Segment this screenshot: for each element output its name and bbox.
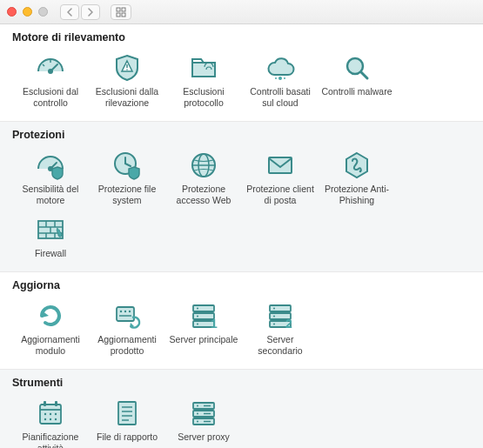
gauge-icon <box>33 52 68 84</box>
preferences-content: Motore di rilevamentoEsclusioni dal cont… <box>0 24 483 448</box>
anti-phishing[interactable]: Protezione Anti-Phishing <box>319 146 395 210</box>
item-label: Pianificazione attività <box>14 431 87 448</box>
section-items: Pianificazione attivitàFile di rapportoS… <box>12 394 471 448</box>
section-title: Strumenti <box>12 377 471 389</box>
mail-icon <box>263 150 298 181</box>
server-icon <box>186 398 221 429</box>
malware-controls[interactable]: Controlli malware <box>319 49 395 112</box>
refresh-icon <box>33 300 68 331</box>
item-label: Firewall <box>35 248 66 259</box>
item-label: Controlli basati sul cloud <box>244 86 317 109</box>
firewall[interactable]: Firewall <box>12 211 89 263</box>
svg-rect-0 <box>117 8 120 11</box>
svg-rect-3 <box>122 13 125 17</box>
item-label: Protezione file system <box>91 184 164 206</box>
section-title: Motore di rilevamento <box>12 31 471 43</box>
primary-server[interactable]: Server principale <box>165 297 242 360</box>
section-title: Protezioni <box>12 129 471 141</box>
grid-view-button[interactable] <box>111 4 131 20</box>
cloud-controls[interactable]: Controlli basati sul cloud <box>242 49 319 112</box>
calendar-icon <box>33 398 68 429</box>
item-label: Esclusioni dal controllo <box>14 86 87 109</box>
engine-sensitivity[interactable]: Sensibilità del motore <box>12 146 89 210</box>
exclusions-control[interactable]: Esclusioni dal controllo <box>12 49 89 112</box>
package-icon <box>110 300 144 331</box>
server-2-icon <box>263 300 298 331</box>
fs-protection[interactable]: Protezione file system <box>89 146 165 210</box>
window-controls <box>7 7 48 17</box>
section-items: Esclusioni dal controlloEsclusioni dalla… <box>12 49 471 112</box>
folder-icon <box>186 52 221 84</box>
item-label: Sensibilità del motore <box>14 184 87 206</box>
shield-alert-icon <box>110 52 144 84</box>
report-files[interactable]: File di rapporto <box>89 394 165 448</box>
svg-rect-1 <box>122 8 125 11</box>
firewall-icon <box>33 214 68 245</box>
product-updates[interactable]: Aggiornamenti prodotto <box>89 297 165 360</box>
item-label: Protezione Anti-Phishing <box>320 184 393 206</box>
item-label: File di rapporto <box>97 431 158 443</box>
magnifier-icon <box>339 52 374 84</box>
section-0: Motore di rilevamentoEsclusioni dal cont… <box>0 24 483 122</box>
item-label: Esclusioni dalla rilevazione <box>91 86 164 109</box>
back-button[interactable] <box>60 4 79 20</box>
section-2: AggiornaAggiornamenti moduloAggiornament… <box>0 272 483 370</box>
item-label: Controlli malware <box>321 86 392 97</box>
nav-buttons <box>60 4 100 20</box>
item-label: Server secondario <box>244 334 317 357</box>
mail-protection[interactable]: Protezione client di posta <box>242 146 319 210</box>
gauge-badge-icon <box>33 150 68 181</box>
item-label: Protezione accesso Web <box>167 184 240 206</box>
section-items: Aggiornamenti moduloAggiornamenti prodot… <box>12 297 471 360</box>
task-scheduler[interactable]: Pianificazione attività <box>12 394 89 448</box>
globe-icon <box>186 150 221 181</box>
item-label: Aggiornamenti modulo <box>14 334 87 357</box>
section-items: Sensibilità del motoreProtezione file sy… <box>12 146 471 262</box>
web-protection[interactable]: Protezione accesso Web <box>165 146 242 210</box>
close-icon[interactable] <box>7 7 17 17</box>
section-title: Aggiorna <box>12 279 471 291</box>
item-label: Aggiornamenti prodotto <box>91 334 164 357</box>
cloud-icon <box>263 52 298 84</box>
forward-button[interactable] <box>81 4 100 20</box>
proxy-server[interactable]: Server proxy <box>165 394 242 448</box>
clock-shield-icon <box>110 150 144 181</box>
item-label: Esclusioni protocollo <box>167 86 240 109</box>
section-1: ProtezioniSensibilità del motoreProtezio… <box>0 122 483 271</box>
report-icon <box>110 398 144 429</box>
exclusions-detection[interactable]: Esclusioni dalla rilevazione <box>89 49 165 112</box>
secondary-server[interactable]: Server secondario <box>242 297 319 360</box>
minimize-icon[interactable] <box>23 7 32 17</box>
titlebar <box>0 0 483 24</box>
phishing-icon <box>339 150 374 181</box>
svg-rect-2 <box>117 13 120 17</box>
item-label: Server proxy <box>178 431 230 443</box>
section-3: StrumentiPianificazione attivitàFile di … <box>0 370 483 448</box>
server-1-icon <box>186 300 221 331</box>
item-label: Server principale <box>170 334 238 345</box>
module-updates[interactable]: Aggiornamenti modulo <box>12 297 89 360</box>
exclusions-protocol[interactable]: Esclusioni protocollo <box>165 49 242 112</box>
maximize-icon <box>38 7 48 17</box>
item-label: Protezione client di posta <box>244 184 317 206</box>
